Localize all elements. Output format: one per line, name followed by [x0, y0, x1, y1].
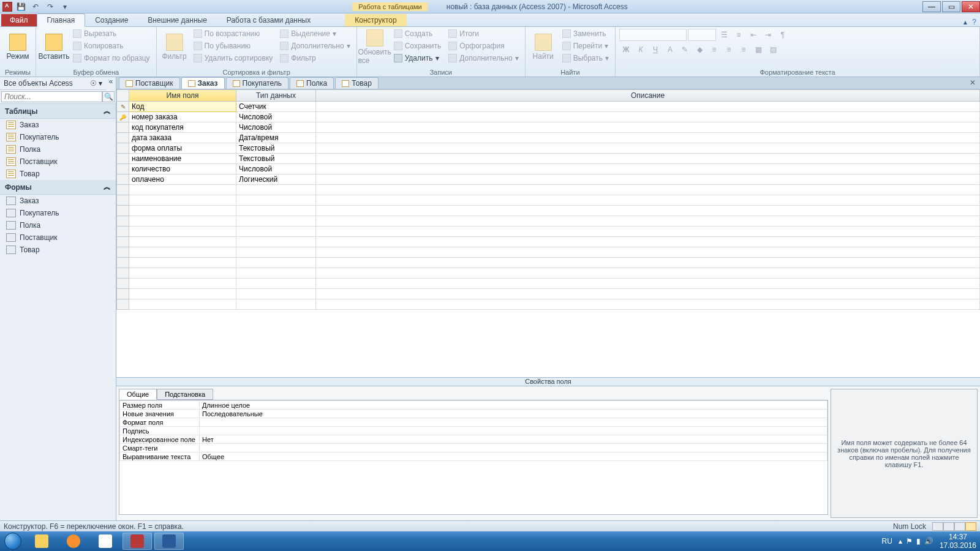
goto-button[interactable]: Перейти ▾	[560, 40, 611, 51]
taskbar-media[interactable]	[59, 533, 88, 550]
property-grid[interactable]: Размер поляДлинное целоеНовые значенияПо…	[119, 400, 828, 515]
nav-group-header[interactable]: Таблицы︽	[0, 104, 116, 119]
maximize-button[interactable]: ▭	[942, 1, 960, 12]
field-row-blank[interactable]	[117, 279, 980, 289]
selection-button[interactable]: Выделение ▾	[277, 28, 352, 39]
toggle-filter-button[interactable]: Фильтр	[277, 53, 352, 64]
field-name-cell[interactable]: Код	[129, 102, 236, 112]
row-selector[interactable]	[117, 112, 129, 122]
field-desc-cell[interactable]	[316, 164, 980, 174]
bold-icon[interactable]: Ж	[619, 43, 633, 56]
tab-dbtools[interactable]: Работа с базами данных	[217, 14, 320, 26]
font-size-combo[interactable]	[688, 29, 716, 41]
object-tab[interactable]: Покупатель	[226, 77, 288, 89]
taskbar-explorer[interactable]	[27, 533, 56, 550]
row-selector[interactable]	[117, 174, 129, 185]
property-row[interactable]: Индексированное полеНет	[120, 435, 827, 444]
cut-button[interactable]: Вырезать	[70, 28, 153, 39]
field-desc-cell[interactable]	[316, 143, 980, 154]
clock[interactable]: 14:3717.03.2016	[940, 533, 976, 550]
field-name-cell[interactable]: наименование	[129, 154, 236, 164]
field-row-blank[interactable]	[117, 237, 980, 247]
tray-arrow-icon[interactable]: ▴	[899, 537, 902, 545]
new-record-button[interactable]: Создать	[391, 28, 444, 39]
clear-sort-button[interactable]: Удалить сортировку	[191, 53, 276, 64]
field-row-blank[interactable]	[117, 227, 980, 237]
object-tab[interactable]: Заказ	[181, 77, 225, 89]
row-selector[interactable]	[117, 154, 129, 164]
fill-color-icon[interactable]: ◆	[693, 43, 706, 56]
row-selector[interactable]	[117, 102, 129, 112]
property-row[interactable]: Размер поляДлинное целое	[120, 401, 827, 410]
pivot-chart-view-icon[interactable]	[954, 522, 965, 531]
field-name-cell[interactable]: код покупателя	[129, 122, 236, 133]
undo-icon[interactable]: ↶	[29, 1, 42, 12]
totals-button[interactable]: Итоги	[446, 28, 521, 39]
nav-item[interactable]: Полка	[0, 219, 116, 231]
field-row-blank[interactable]	[117, 289, 980, 299]
nav-group-header[interactable]: Формы︽	[0, 180, 116, 195]
save-icon[interactable]: 💾	[15, 1, 27, 12]
property-row[interactable]: Смарт-теги	[120, 444, 827, 452]
save-record-button[interactable]: Сохранить	[391, 40, 444, 51]
close-tab-button[interactable]: ✕	[968, 78, 978, 87]
field-row[interactable]: номер заказаЧисловой	[117, 112, 980, 122]
nav-item[interactable]: Товар	[0, 168, 116, 180]
tab-design[interactable]: Конструктор	[345, 14, 406, 26]
file-tab[interactable]: Файл	[1, 14, 37, 26]
field-row[interactable]: КодСчетчик	[117, 102, 980, 112]
paste-button[interactable]: Вставить	[40, 28, 68, 66]
indent-dec-icon[interactable]: ⇤	[747, 28, 760, 42]
prop-tab-lookup[interactable]: Подстановка	[157, 389, 213, 400]
taskbar-access[interactable]	[123, 533, 152, 550]
property-row[interactable]: Подпись	[120, 427, 827, 435]
search-icon[interactable]: 🔍	[102, 91, 115, 102]
field-desc-cell[interactable]	[316, 122, 980, 133]
sort-desc-button[interactable]: По убыванию	[191, 40, 276, 51]
nav-item[interactable]: Поставщик	[0, 156, 116, 168]
field-desc-cell[interactable]	[316, 112, 980, 122]
font-color-icon[interactable]: A	[663, 43, 677, 56]
filter-button[interactable]: Фильтр	[160, 28, 189, 66]
datasheet-view-icon[interactable]	[932, 522, 943, 531]
align-center-icon[interactable]: ≡	[722, 43, 736, 56]
nav-item[interactable]: Поставщик	[0, 231, 116, 244]
select-button[interactable]: Выбрать ▾	[560, 53, 611, 64]
app-icon[interactable]	[2, 2, 12, 12]
field-type-cell[interactable]: Числовой	[236, 112, 316, 122]
tray-flag-icon[interactable]: ⚑	[906, 537, 913, 545]
design-grid[interactable]: Имя поляТип данныхОписаниеКодСчетчикноме…	[116, 89, 980, 377]
advanced-filter-button[interactable]: Дополнительно ▾	[277, 40, 352, 51]
field-type-cell[interactable]: Числовой	[236, 122, 316, 133]
nav-item[interactable]: Полка	[0, 143, 116, 156]
nav-item[interactable]: Покупатель	[0, 207, 116, 219]
field-name-cell[interactable]: оплачено	[129, 174, 236, 185]
design-view-icon[interactable]	[965, 522, 976, 531]
field-row-blank[interactable]	[117, 206, 980, 216]
field-row-blank[interactable]	[117, 299, 980, 310]
field-desc-cell[interactable]	[316, 133, 980, 143]
align-left-icon[interactable]: ≡	[707, 43, 721, 56]
ribbon-minimize-icon[interactable]: ▴	[963, 18, 967, 26]
input-lang[interactable]: RU	[882, 537, 892, 545]
field-type-cell[interactable]: Числовой	[236, 164, 316, 174]
nav-item[interactable]: Заказ	[0, 195, 116, 207]
row-selector[interactable]	[117, 164, 129, 174]
tray-sound-icon[interactable]: 🔊	[924, 537, 933, 545]
gridlines-icon[interactable]: ▦	[752, 43, 765, 56]
field-type-cell[interactable]: Текстовый	[236, 143, 316, 154]
field-row-blank[interactable]	[117, 247, 980, 258]
nav-item[interactable]: Покупатель	[0, 131, 116, 143]
nav-item[interactable]: Товар	[0, 244, 116, 256]
underline-icon[interactable]: Ч	[649, 43, 662, 56]
nav-item[interactable]: Заказ	[0, 119, 116, 131]
property-row[interactable]: Формат поля	[120, 418, 827, 427]
pivot-table-view-icon[interactable]	[943, 522, 954, 531]
field-row-blank[interactable]	[117, 216, 980, 227]
tab-external[interactable]: Внешние данные	[138, 14, 217, 26]
field-desc-cell[interactable]	[316, 154, 980, 164]
highlight-icon[interactable]: ✎	[678, 43, 692, 56]
field-desc-cell[interactable]	[316, 174, 980, 185]
field-name-cell[interactable]: форма оплаты	[129, 143, 236, 154]
field-row[interactable]: наименованиеТекстовый	[117, 154, 980, 164]
